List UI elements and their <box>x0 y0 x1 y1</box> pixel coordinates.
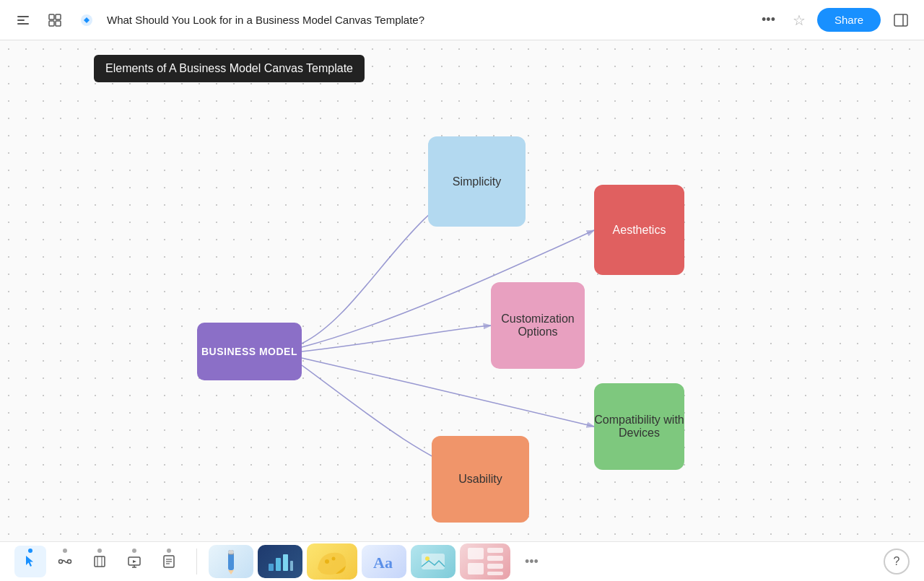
present-tool-button[interactable] <box>118 546 150 577</box>
right-panel-toggle[interactable] <box>889 9 912 32</box>
note-tool-button[interactable] <box>153 546 185 577</box>
sidebar-toggle-button[interactable] <box>12 9 35 32</box>
svg-rect-28 <box>276 558 281 571</box>
svg-rect-39 <box>468 563 484 575</box>
svg-text:Aa: Aa <box>373 554 393 572</box>
primary-tools <box>14 546 185 577</box>
bottom-toolbar: Aa ••• ? <box>0 541 924 581</box>
favorite-button[interactable]: ☆ <box>790 9 808 32</box>
svg-rect-40 <box>487 564 503 569</box>
svg-rect-6 <box>56 21 61 26</box>
svg-rect-38 <box>487 556 503 561</box>
node-business-model[interactable]: BUSINESS MODEL <box>197 323 302 380</box>
connector-tool-button[interactable] <box>49 546 81 577</box>
svg-rect-30 <box>290 561 293 571</box>
node-customization[interactable]: Customization Options <box>491 282 585 369</box>
cursor-tool-button[interactable] <box>14 546 46 577</box>
document-title: What Should You Look for in a Business M… <box>107 14 747 26</box>
svg-marker-24 <box>228 570 234 575</box>
svg-point-32 <box>332 557 336 561</box>
node-simplicity[interactable]: Simplicity <box>428 136 526 227</box>
svg-rect-27 <box>269 564 274 571</box>
text-tool-item[interactable]: Aa <box>362 545 406 578</box>
svg-point-31 <box>325 559 329 564</box>
frame-tool-button[interactable] <box>84 546 116 577</box>
pencil-tool-item[interactable] <box>209 545 253 578</box>
svg-rect-5 <box>49 21 54 26</box>
media-tools: Aa <box>209 543 510 580</box>
svg-rect-2 <box>17 23 29 25</box>
help-button[interactable]: ? <box>884 549 910 575</box>
svg-rect-29 <box>283 554 288 571</box>
svg-rect-8 <box>894 14 907 26</box>
svg-rect-25 <box>228 550 234 554</box>
tab-grid-button[interactable] <box>43 9 66 32</box>
svg-rect-34 <box>422 554 445 569</box>
image-tool-item[interactable] <box>411 545 456 578</box>
node-compatibility[interactable]: Compatibility with Devices <box>594 383 684 470</box>
toolbar-more-button[interactable]: ••• <box>519 554 544 569</box>
svg-rect-41 <box>487 572 503 575</box>
canvas-area[interactable]: Elements of A Business Model Canvas Temp… <box>0 40 924 541</box>
header: What Should You Look for in a Business M… <box>0 0 924 40</box>
toolbar-divider <box>196 549 197 575</box>
template-tool-item[interactable] <box>460 543 510 580</box>
svg-point-35 <box>425 556 430 561</box>
svg-rect-37 <box>487 548 503 553</box>
svg-point-11 <box>59 560 63 564</box>
svg-rect-13 <box>95 556 105 567</box>
header-more-button[interactable]: ••• <box>756 9 781 30</box>
svg-rect-36 <box>468 548 484 559</box>
svg-point-12 <box>68 560 71 564</box>
sticker-tool-item[interactable] <box>307 543 357 580</box>
chart-tool-item[interactable] <box>258 545 302 578</box>
node-aesthetics[interactable]: Aesthetics <box>594 185 684 275</box>
active-tool-button[interactable] <box>75 9 98 32</box>
svg-rect-4 <box>56 14 61 19</box>
node-usability[interactable]: Usability <box>432 436 529 523</box>
share-button[interactable]: Share <box>817 8 881 32</box>
canvas-label: Elements of A Business Model Canvas Temp… <box>94 55 365 82</box>
svg-rect-3 <box>49 14 54 19</box>
svg-rect-0 <box>17 16 29 17</box>
svg-rect-1 <box>17 19 25 21</box>
